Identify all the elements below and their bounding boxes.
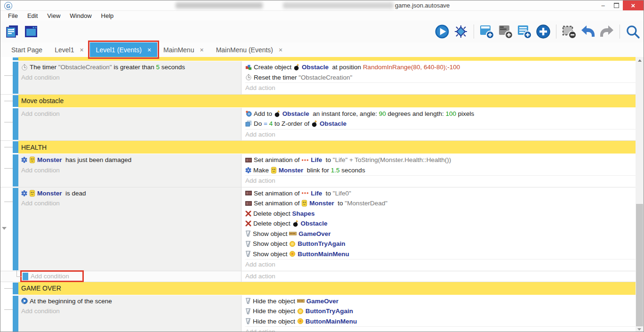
- add-condition-link[interactable]: Add condition: [21, 306, 241, 316]
- add-condition-link[interactable]: Add condition: [21, 109, 241, 119]
- event-selector-bar[interactable]: [13, 62, 18, 94]
- visibility-icon: [245, 230, 251, 237]
- sub-event-action-cell[interactable]: Add action: [242, 271, 636, 282]
- sub-event-condition-cell[interactable]: Add condition: [13, 271, 242, 282]
- event-row[interactable]: Monster has just been damagedAdd conditi…: [0, 154, 636, 187]
- add-event-icon[interactable]: [479, 24, 495, 40]
- event-selector-bar[interactable]: [23, 273, 28, 280]
- gameover-thumb: [289, 231, 297, 236]
- tab-level1-events[interactable]: Level1 (Events)×: [90, 42, 157, 57]
- action-line[interactable]: Hide the object ButtonTryAgain: [245, 306, 636, 316]
- condition-line[interactable]: Monster is dead: [21, 188, 241, 199]
- comment-row[interactable]: GAME OVER: [0, 282, 636, 295]
- search-icon[interactable]: [625, 24, 641, 40]
- action-line[interactable]: Delete object Obstacle: [245, 219, 636, 229]
- menu-item-view[interactable]: View: [42, 11, 65, 20]
- action-line[interactable]: Hide the object GameOver: [245, 296, 636, 307]
- undo-icon[interactable]: [580, 24, 596, 40]
- add-condition-link[interactable]: Add condition: [21, 73, 241, 83]
- action-line[interactable]: Reset the timer "ObstacleCreation": [245, 73, 636, 83]
- add-condition-link[interactable]: Add condition: [21, 198, 241, 209]
- add-action-link[interactable]: Add action: [245, 82, 636, 93]
- event-selector-bar[interactable]: [13, 154, 18, 186]
- tab-mainmenu-events[interactable]: MainMenu (Events)×: [210, 42, 289, 57]
- action-line[interactable]: Show object ButtonTryAgain: [245, 239, 636, 249]
- conditions-cell[interactable]: At the beginning of the sceneAdd conditi…: [18, 295, 242, 332]
- comment-row[interactable]: Move obstacle: [0, 95, 636, 108]
- debug-icon[interactable]: [453, 24, 469, 40]
- action-line[interactable]: Show object GameOver: [245, 229, 636, 239]
- event-selector-bar[interactable]: [13, 188, 18, 270]
- conditions-cell[interactable]: Add condition: [18, 108, 242, 141]
- minimize-button[interactable]: –: [596, 0, 610, 10]
- event-selector-bar[interactable]: [13, 108, 18, 140]
- event-selector-bar[interactable]: [13, 141, 18, 153]
- comment-row[interactable]: [0, 57, 636, 61]
- play-icon[interactable]: [434, 24, 450, 40]
- project-manager-icon[interactable]: [4, 24, 20, 40]
- actions-cell[interactable]: Set animation of Life to "Life" + ToStri…: [242, 154, 636, 187]
- close-icon[interactable]: ×: [147, 46, 151, 54]
- menu-item-edit[interactable]: Edit: [23, 11, 42, 20]
- add-action-link[interactable]: Add action: [245, 175, 636, 186]
- menu-item-help[interactable]: Help: [97, 11, 119, 20]
- close-icon[interactable]: ×: [279, 46, 282, 54]
- add-action-link[interactable]: Add action: [245, 272, 636, 280]
- event-selector-bar[interactable]: [13, 296, 18, 332]
- actions-cell[interactable]: Hide the object GameOverHide the object …: [242, 295, 636, 332]
- event-selector-bar[interactable]: [13, 283, 18, 294]
- actions-cell[interactable]: Set animation of Life to "Life0"Set anim…: [242, 187, 636, 271]
- add-action-link[interactable]: Add action: [245, 326, 636, 332]
- condition-line[interactable]: At the beginning of the scene: [21, 296, 241, 307]
- event-row[interactable]: Monster is deadAdd conditionSet animatio…: [0, 187, 636, 271]
- add-action-link[interactable]: Add action: [245, 259, 636, 270]
- actions-cell[interactable]: Create object Obstacle at position Rando…: [242, 61, 636, 94]
- event-row[interactable]: At the beginning of the sceneAdd conditi…: [0, 295, 636, 332]
- add-comment-icon[interactable]: [516, 24, 532, 40]
- condition-line[interactable]: Monster has just been damaged: [21, 155, 241, 165]
- action-line[interactable]: Hide the object ButtonMainMenu: [245, 316, 636, 327]
- redo-icon[interactable]: [599, 24, 615, 40]
- comment-row[interactable]: HEALTH: [0, 141, 636, 154]
- scrollbar-track[interactable]: [636, 57, 644, 332]
- close-icon[interactable]: ×: [80, 46, 83, 54]
- tab-mainmenu[interactable]: MainMenu×: [157, 42, 210, 57]
- conditions-cell[interactable]: Monster is deadAdd condition: [18, 187, 242, 271]
- add-condition-link[interactable]: Add condition: [21, 165, 241, 176]
- scene-window-icon[interactable]: [23, 24, 39, 40]
- close-button[interactable]: ×: [623, 0, 644, 10]
- close-icon[interactable]: ×: [200, 46, 203, 54]
- menu-item-window[interactable]: Window: [65, 11, 96, 20]
- event-selector-bar[interactable]: [13, 95, 18, 107]
- action-line[interactable]: Show object ButtonMainMenu: [245, 249, 636, 259]
- scrollbar-thumb[interactable]: [636, 204, 643, 326]
- conditions-cell[interactable]: Monster has just been damagedAdd conditi…: [18, 154, 242, 187]
- add-circle-icon[interactable]: [535, 24, 551, 40]
- actions-cell[interactable]: Add to Obstacle an instant force, angle:…: [242, 108, 636, 141]
- restore-button[interactable]: [610, 0, 623, 10]
- action-line[interactable]: Set animation of Life to "Life0": [245, 188, 636, 199]
- action-line[interactable]: Create object Obstacle at position Rando…: [245, 62, 636, 73]
- event-row[interactable]: The timer "ObstacleCreation" is greater …: [0, 61, 636, 95]
- event-selector-bar[interactable]: [13, 57, 18, 60]
- animation-icon: [245, 190, 252, 196]
- add-subevent-icon[interactable]: [498, 24, 514, 40]
- delete-event-icon[interactable]: [561, 24, 577, 40]
- conditions-cell[interactable]: The timer "ObstacleCreation" is greater …: [18, 61, 242, 94]
- action-line[interactable]: Add to Obstacle an instant force, angle:…: [245, 109, 636, 119]
- tab-start-page[interactable]: Start Page: [5, 42, 48, 57]
- action-line[interactable]: Delete object Shapes: [245, 209, 636, 219]
- action-line[interactable]: Set animation of Life to "Life" + ToStri…: [245, 155, 636, 165]
- collapse-expander-icon[interactable]: [2, 227, 7, 230]
- add-action-link[interactable]: Add action: [245, 129, 636, 140]
- scrollbar-up-button[interactable]: [636, 57, 644, 64]
- event-row[interactable]: Add conditionAdd to Obstacle an instant …: [0, 108, 636, 141]
- action-line[interactable]: Set animation of Monster to "MonsterDead…: [245, 198, 636, 209]
- condition-line[interactable]: The timer "ObstacleCreation" is greater …: [21, 62, 241, 73]
- action-line[interactable]: Make Monster blink for 1.5 seconds: [245, 165, 636, 176]
- menu-item-file[interactable]: File: [3, 11, 23, 20]
- tab-level1[interactable]: Level1×: [48, 42, 89, 57]
- action-line[interactable]: Do = 4 to Z-order of Obstacle: [245, 119, 636, 129]
- add-condition-link[interactable]: Add condition: [31, 272, 69, 280]
- sub-event-row[interactable]: Add conditionAdd action: [0, 271, 636, 282]
